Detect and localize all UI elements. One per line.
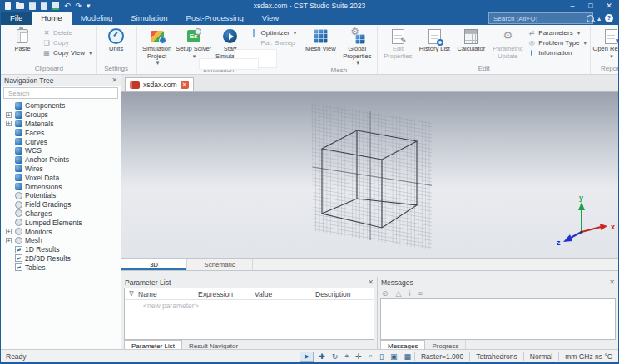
component-icon	[15, 147, 22, 155]
pick-tool-icon[interactable]: ▯	[376, 352, 387, 361]
document-tab[interactable]: xsdax.com ✕	[125, 77, 194, 91]
edit-properties-button[interactable]: ✎ Edit Properties	[379, 26, 416, 60]
tree-item-lumped-elements[interactable]: Lumped Elements	[6, 218, 121, 227]
tree-item-1d-results[interactable]: 1D Results	[6, 245, 121, 254]
save-icon[interactable]	[29, 2, 36, 10]
tree-item-voxel-data[interactable]: Voxel Data	[6, 173, 121, 182]
ribbon-search[interactable]	[488, 12, 593, 24]
new-parameter-row[interactable]: <new parameter>	[125, 300, 374, 310]
qat-customize-icon[interactable]: ▾	[87, 2, 91, 10]
problem-type-button[interactable]: ◎ Problem Type ▾	[527, 39, 587, 47]
tab-modeling[interactable]: Modeling	[72, 12, 122, 25]
tree-item-monitors[interactable]: +Monitors	[6, 227, 121, 236]
tab-schematic[interactable]: Schematic	[187, 259, 253, 270]
tab-view[interactable]: View	[253, 12, 288, 25]
expander-icon[interactable]: +	[6, 229, 12, 234]
close-button[interactable]: ✕	[600, 0, 618, 12]
tree-item-dimensions[interactable]: Dimensions	[6, 182, 121, 191]
status-mesh-type[interactable]: Tetrahedrons	[469, 352, 523, 361]
copy-view-button[interactable]: ▦ Copy View ▾	[42, 49, 92, 57]
tree-search-input[interactable]	[7, 89, 115, 98]
pan-tool-icon[interactable]: ✛	[352, 352, 365, 361]
search-input[interactable]	[492, 14, 587, 23]
expander-icon[interactable]: +	[6, 238, 12, 243]
history-list-button[interactable]: History List	[416, 26, 453, 53]
import-icon[interactable]	[52, 2, 59, 10]
tree-item-mesh[interactable]: +Mesh	[6, 236, 121, 245]
new-file-icon[interactable]	[5, 2, 11, 10]
column-value[interactable]: Value	[255, 290, 315, 298]
collapse-ribbon-icon[interactable]: ▴	[597, 15, 601, 22]
tab-close-icon[interactable]: ✕	[181, 81, 189, 89]
close-icon[interactable]: ✕	[609, 278, 615, 286]
tree-item-charges[interactable]: Charges	[6, 209, 121, 219]
close-icon[interactable]: ✕	[111, 76, 117, 84]
paste-button[interactable]: Paste	[4, 26, 41, 53]
tree-search[interactable]	[3, 87, 118, 99]
minimize-button[interactable]: –	[563, 0, 582, 12]
par-sweep-button[interactable]: Par. Sweep	[250, 39, 297, 47]
tree-item-groups[interactable]: +Groups	[6, 111, 121, 120]
errors-filter-icon[interactable]: ⊘	[382, 289, 389, 298]
open-report-button[interactable]: ▾ Open Report▾	[592, 26, 619, 60]
tree-item-anchor-points[interactable]: Anchor Points	[6, 155, 121, 165]
warnings-filter-icon[interactable]: △	[396, 289, 402, 298]
lumped-elements-icon	[15, 219, 22, 226]
column-description[interactable]: Description	[315, 290, 374, 298]
calculator-button[interactable]: Calculator	[453, 26, 489, 53]
tree-item-field-gradings[interactable]: Field Gradings	[6, 200, 121, 209]
open-file-icon[interactable]	[16, 3, 24, 9]
info-filter-icon[interactable]: i	[409, 289, 410, 298]
save-all-icon[interactable]	[41, 2, 47, 10]
parametric-update-button[interactable]: ⚙ Parametric Update	[489, 26, 526, 60]
tab-home[interactable]: Home	[32, 12, 71, 25]
select-tool-icon[interactable]: ➤	[300, 352, 314, 362]
copy-button[interactable]: ❑ Copy	[42, 39, 92, 47]
parameters-button[interactable]: ⇄ Parameters ▾	[527, 29, 587, 37]
status-accuracy[interactable]: Normal	[523, 352, 558, 361]
mesh-view-button[interactable]: Mesh View	[302, 26, 339, 53]
tree-item-2d3d-results[interactable]: 2D/3D Results	[6, 254, 121, 263]
simulation-project-button[interactable]: Simulation Project▾	[139, 26, 176, 66]
status-units[interactable]: mm GHz ns °C	[558, 352, 618, 361]
column-expression[interactable]: Expression	[198, 290, 255, 298]
zoom-tool-icon[interactable]: ⌕	[365, 352, 376, 361]
tree-item-faces[interactable]: Faces	[6, 128, 121, 137]
tree-item-wires[interactable]: Wires	[6, 165, 121, 174]
undo-icon[interactable]: ↶	[64, 2, 71, 10]
expander-icon[interactable]: +	[6, 112, 12, 118]
tree-item-components[interactable]: Components	[6, 101, 121, 111]
tree-item-wcs[interactable]: WCS	[6, 146, 121, 155]
raster-grid-icon[interactable]: ▦	[400, 352, 414, 361]
message-list-icon[interactable]: ≡	[418, 289, 422, 298]
tree-item-potentials[interactable]: Potentials	[6, 191, 121, 200]
units-button[interactable]: Units	[98, 26, 135, 53]
expander-icon[interactable]: +	[6, 121, 12, 126]
bottom-panels: Parameter List ✕ ∇ Name Expression Value…	[121, 277, 618, 352]
zoom-window-tool-icon[interactable]: ⌖	[341, 352, 352, 361]
group-label-clipboard: Clipboard	[4, 65, 94, 74]
tree-item-materials[interactable]: +Materials	[6, 120, 121, 129]
redo-icon[interactable]: ↷	[76, 2, 82, 10]
column-name[interactable]: Name	[138, 290, 198, 298]
view-cube-icon[interactable]: ▣	[387, 352, 401, 361]
maximize-button[interactable]: □	[582, 0, 600, 12]
move-tool-icon[interactable]: ✚	[315, 352, 329, 361]
tab-3d[interactable]: 3D	[121, 259, 187, 270]
tab-post-processing[interactable]: Post-Processing	[177, 12, 253, 25]
close-icon[interactable]: ✕	[368, 278, 374, 286]
global-properties-button[interactable]: ⚙ Global Properties▾	[339, 26, 375, 66]
tree-item-tables[interactable]: Tables	[6, 263, 121, 272]
tree-item-curves[interactable]: Curves	[6, 137, 121, 146]
setup-solver-button[interactable]: Es Setup Solver▾	[176, 26, 212, 60]
rotate-tool-icon[interactable]: ↻	[329, 352, 342, 361]
status-raster[interactable]: Raster=1.000	[414, 352, 469, 361]
optimizer-button[interactable]: Optimizer ▾	[250, 29, 297, 37]
information-button[interactable]: i Information	[527, 49, 587, 57]
tab-simulation[interactable]: Simulation	[121, 12, 176, 25]
tab-file[interactable]: File	[1, 12, 32, 25]
3d-viewport[interactable]: y x z	[121, 92, 618, 259]
delete-button[interactable]: ✕ Delete	[42, 29, 92, 37]
filter-icon[interactable]: ∇	[125, 290, 138, 298]
help-icon[interactable]: ?	[605, 14, 613, 22]
